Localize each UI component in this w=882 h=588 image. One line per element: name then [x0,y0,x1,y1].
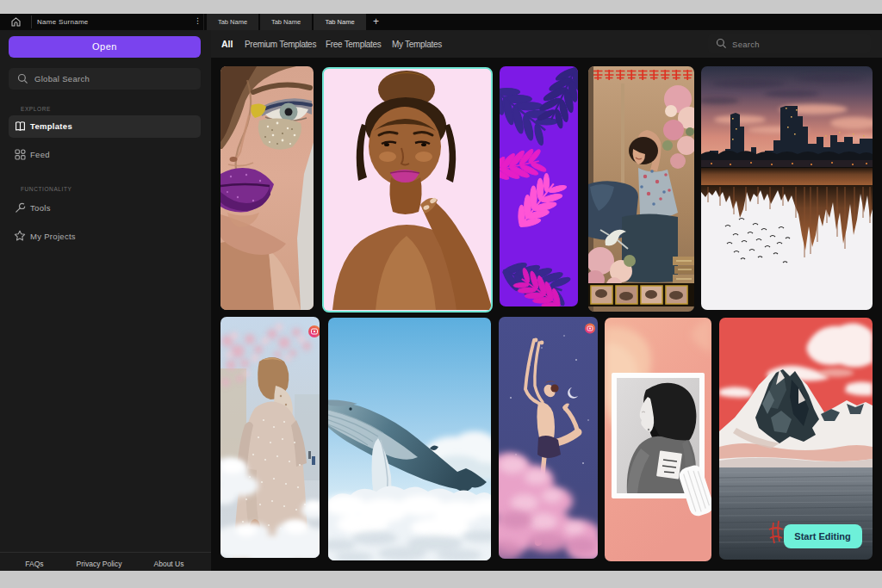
svg-text:Start Editing: Start Editing [794,531,850,542]
